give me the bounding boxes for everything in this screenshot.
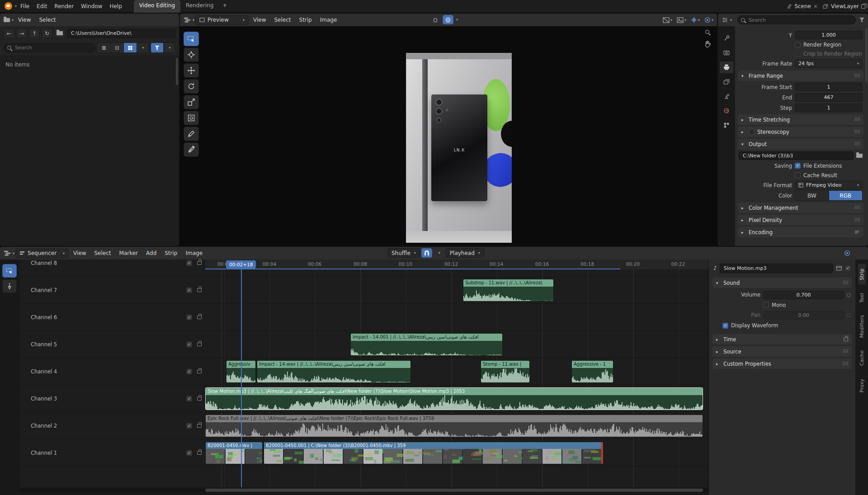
strip-stomp[interactable]: Stomp - 11.wav | [481,360,530,383]
sound-panel-header[interactable]: ▾Sound⠿⠿ [712,278,852,288]
hscroll-thumb[interactable] [205,489,703,492]
transform-tool[interactable] [184,111,199,125]
file-format-dropdown[interactable]: FFmpeg Video▾ [795,181,863,189]
channel-7-lock-icon[interactable] [197,288,202,292]
color-rgb-button[interactable]: RGB [829,191,863,200]
pivot-point-icon[interactable] [430,15,441,24]
move-tool[interactable] [184,63,199,78]
render-region-checkbox[interactable]: Render Region [795,42,841,48]
strip-impact-001[interactable]: Impact - 14.001 | //..\..\..\Alireza\افک… [350,333,503,356]
view-type-dropdown[interactable]: Preview ▾ [195,15,249,25]
stereoscopy-panel-header[interactable]: ▸Stereoscopy⠿⠿ [738,127,863,137]
time-lock-icon[interactable] [844,338,848,341]
file-extensions-checkbox[interactable]: File Extensions [795,163,842,169]
source-panel-header[interactable]: ▸Source⠿⠿ [712,346,852,357]
menu-help[interactable]: Help [106,2,125,11]
scale-tool[interactable] [184,95,199,109]
sidebar-tab-strip-tab[interactable]: Strip [858,264,866,285]
strip-subdrop[interactable]: Subdrop - 11.wav | //..\..\..\Alireza\ [463,279,554,302]
pan-keyframe-dot[interactable] [847,313,851,317]
strip-movie-a[interactable]: B20001-0450.mkv | [205,442,263,464]
volume-field[interactable]: 0.700 [763,291,844,299]
viewlayer-copy-icon[interactable] [861,5,865,9]
strip-impact-wav[interactable]: Impact - 14.wav | //..\..\..\Alireza\افک… [257,360,411,383]
display-thumbnails-button[interactable] [123,43,137,52]
frame-rate-dropdown[interactable]: 24 fps▾ [795,59,863,68]
strip-name-field[interactable] [720,264,833,273]
seq-menu-select[interactable]: Select [91,249,115,258]
pan-hand-icon[interactable] [704,40,711,47]
pv-menu-strip[interactable]: Strip [296,15,316,24]
channel-5-lock-icon[interactable] [197,343,202,346]
timeline-ruler[interactable]: 00:02 00:04 00:06 00:08 00:10 00:12 00:1… [205,259,708,269]
viewlayer-selector[interactable]: ViewLayer [822,3,865,9]
fb-menu-view[interactable]: View [14,15,34,24]
time-panel-header[interactable]: ▸Time [712,334,852,344]
seq-select-box-tool[interactable] [2,264,17,278]
zoom-icon[interactable] [705,30,709,34]
frame-end-field[interactable]: 467 [795,93,863,102]
output-path-field[interactable] [739,151,854,160]
tool-tab[interactable] [720,33,733,44]
timeline-hscrollbar[interactable] [20,489,708,492]
path-field[interactable] [67,29,175,38]
channel-4-lock-icon[interactable] [197,370,202,373]
sidebar-tab-proxy[interactable]: Proxy [858,374,866,397]
channel-2-lock-icon[interactable] [197,424,202,428]
encoding-panel-header[interactable]: ▸Encoding [738,227,863,237]
display-list-detail-button[interactable] [110,43,123,52]
workspace-tab-video-editing[interactable]: Video Editing [134,0,180,13]
pixel-density-panel-header[interactable]: ▸Pixel Density⠿⠿ [738,215,863,225]
playhead-line[interactable] [241,269,242,487]
pv-menu-view[interactable]: View [250,15,269,24]
fb-search-input[interactable] [4,43,95,52]
library-icon[interactable] [836,265,842,271]
fb-menu-select[interactable]: Select [36,15,60,24]
blender-logo-icon[interactable] [5,2,12,10]
scene-unlink-icon[interactable]: × [813,3,818,9]
editor-type-properties-icon[interactable] [722,17,728,23]
strip-epic-rock[interactable]: Epic Rock Full.wav | //..\..\..\Alireza\… [205,415,703,437]
time-stretching-panel-header[interactable]: ▸Time Stretching⠿⠿ [738,114,863,125]
workspace-tab-rendering[interactable]: Rendering [180,0,219,13]
menu-file[interactable]: File [17,2,33,11]
fb-scrollbar[interactable] [176,58,178,85]
select-box-tool[interactable] [184,32,199,46]
channel-2-checkbox[interactable] [186,423,192,429]
editor-type-file-browser-icon[interactable] [4,18,10,22]
channel-6-lock-icon[interactable] [197,316,202,319]
file-list[interactable]: No items [0,55,179,246]
channel-3-checkbox[interactable] [186,396,192,401]
mono-checkbox[interactable]: Mono [763,302,786,308]
create-directory-button[interactable] [54,28,65,38]
strip-movie-b[interactable]: B20001-0450.001 | C:\New folder (3)\B200… [264,442,604,464]
pv-menu-image[interactable]: Image [316,15,341,24]
seq-view-type-dropdown[interactable]: Sequencer ▾ [15,249,69,258]
sidebar-tab-tool[interactable]: Tool [858,288,866,307]
seq-menu-add[interactable]: Add [142,249,160,258]
color-bw-button[interactable]: BW [795,191,829,200]
volume-keyframe-dot[interactable] [847,293,851,297]
props-filter-icon[interactable] [859,18,864,22]
props-scrollbar[interactable] [865,28,868,82]
filter-chevron[interactable]: ▾ [163,43,175,52]
render-tab[interactable] [720,47,733,59]
sequencer-timeline[interactable]: Channel 8 Channel 7 Channel 6 Channel 5 [20,259,708,487]
props-search-input[interactable] [737,15,856,24]
frame-start-field[interactable]: 1 [795,83,863,91]
overlap-mode-dropdown[interactable]: Shuffle▾ [387,248,420,258]
seq-menu-image[interactable]: Image [182,249,206,258]
display-mode-dropdown[interactable]: ▾ [677,17,686,23]
seq-menu-view[interactable]: View [70,249,90,258]
snapping-magnet-button[interactable] [421,248,432,258]
pv-menu-select[interactable]: Select [271,15,295,24]
refresh-button[interactable]: ↻ [42,28,52,38]
menu-render[interactable]: Render [51,2,77,11]
display-list-short-button[interactable] [98,43,110,52]
scene-selector[interactable]: Scene × [786,3,818,9]
rotate-tool[interactable] [184,79,199,94]
strip-pin-checkbox[interactable] [845,265,851,271]
presets-icon[interactable] [854,230,860,235]
blade-tool[interactable] [2,279,17,293]
collection-tab[interactable] [720,119,733,131]
